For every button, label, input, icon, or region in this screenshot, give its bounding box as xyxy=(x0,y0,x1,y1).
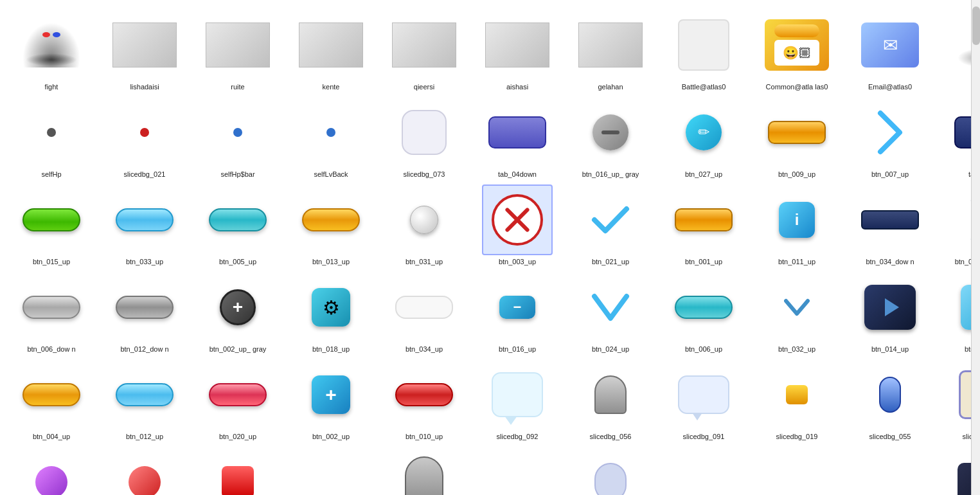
list-item-btn_009_up[interactable]: btn_009_up xyxy=(755,97,839,178)
list-item-btn_034_down[interactable]: btn_034_dow n xyxy=(848,184,932,266)
label-btn_013_up: btn_013_up xyxy=(312,258,350,266)
list-item-slicedbg_073[interactable]: slicedbg_073 xyxy=(382,97,466,178)
list-item-slicedbg_021[interactable]: slicedbg_021 xyxy=(103,97,186,178)
list-item-btn_018_up[interactable]: ⚙btn_018_up xyxy=(289,272,373,353)
list-item-selfHp[interactable]: selfHp xyxy=(10,97,93,178)
list-item-fight[interactable]: fight xyxy=(10,10,93,91)
icon-partial_purple xyxy=(16,447,87,495)
list-item-btn_031_up[interactable]: btn_031_up xyxy=(382,184,466,266)
list-item-btn_014_up[interactable]: btn_014_up xyxy=(848,272,932,353)
list-item-partial_empty5[interactable] xyxy=(848,447,932,495)
list-item-lishadaisi[interactable]: lishadaisi xyxy=(103,10,186,91)
list-item-btn_007_up[interactable]: btn_007_up xyxy=(848,97,932,178)
list-item-btn_002_up[interactable]: +btn_002_up xyxy=(289,359,373,440)
label-btn_033_up: btn_033_up xyxy=(126,258,163,266)
list-item-partial_maroon[interactable] xyxy=(103,447,186,495)
icon-btn_031_up xyxy=(389,184,459,255)
label-slicedbg_091: slicedbg_091 xyxy=(683,433,725,440)
list-item-kente[interactable]: kente xyxy=(289,10,373,91)
label-btn_001_up: btn_001_up xyxy=(685,258,722,266)
label-kente: kente xyxy=(323,83,340,91)
list-item-btn_010_up[interactable]: btn_010_up xyxy=(382,359,466,440)
label-btn_018_up: btn_018_up xyxy=(312,345,350,353)
list-item-btn_006_up[interactable]: btn_006_up xyxy=(662,272,745,353)
label-Battle@atlas0: Battle@atlas0 xyxy=(682,83,726,91)
icon-fight xyxy=(16,10,87,80)
list-item-partial_empty4[interactable] xyxy=(755,447,839,495)
icon-btn_018_up: ⚙ xyxy=(296,272,366,343)
icon-grid: fightlishadaisiruitekenteqieersiaishasig… xyxy=(0,0,980,495)
list-item-btn_020_up[interactable]: btn_020_up xyxy=(196,359,280,440)
list-item-slicedbg_055[interactable]: slicedbg_055 xyxy=(848,359,932,440)
icon-partial_red2 xyxy=(202,447,273,495)
list-item-btn_015_up[interactable]: btn_015_up xyxy=(10,184,93,266)
label-btn_016_up: btn_016_up xyxy=(499,345,536,353)
list-item-slicedbg_092[interactable]: slicedbg_092 xyxy=(476,359,559,440)
list-item-slicedbg_019[interactable]: slicedbg_019 xyxy=(755,359,839,440)
icon-Battle@atlas0 xyxy=(668,10,739,80)
icon-btn_016_up_gray xyxy=(575,97,646,168)
list-item-btn_012_up[interactable]: btn_012_up xyxy=(103,359,186,440)
list-item-btn_005_up[interactable]: btn_005_up xyxy=(196,184,280,266)
list-item-btn_033_up[interactable]: btn_033_up xyxy=(103,184,186,266)
icon-btn_009_up xyxy=(762,97,832,168)
list-item-partial_pill[interactable] xyxy=(569,447,652,495)
list-item-ruite[interactable]: ruite xyxy=(196,10,280,91)
list-item-Email@atlas0[interactable]: ✉Email@atlas0 xyxy=(848,10,932,91)
label-btn_010_up: btn_010_up xyxy=(405,433,443,440)
list-item-partial_empty1[interactable] xyxy=(289,447,373,495)
label-ruite: ruite xyxy=(231,83,244,91)
list-item-partial_empty3[interactable] xyxy=(662,447,745,495)
list-item-btn_002_up_gray[interactable]: +btn_002_up_ gray xyxy=(196,272,280,353)
list-item-partial_red2[interactable] xyxy=(196,447,280,495)
list-item-btn_016_up[interactable]: −btn_016_up xyxy=(476,272,559,353)
label-fight: fight xyxy=(45,83,58,91)
list-item-btn_027_up[interactable]: ✏btn_027_up xyxy=(662,97,745,178)
list-item-btn_024_up[interactable]: btn_024_up xyxy=(569,272,652,353)
label-btn_004_up: btn_004_up xyxy=(33,433,70,440)
list-item-qieersi[interactable]: qieersi xyxy=(382,10,466,91)
list-item-selfLvBack[interactable]: selfLvBack xyxy=(289,97,373,178)
list-item-btn_011_up[interactable]: ibtn_011_up xyxy=(755,184,839,266)
label-btn_012_up: btn_012_up xyxy=(126,433,163,440)
list-item-partial_purple[interactable] xyxy=(10,447,93,495)
list-item-gelahan[interactable]: gelahan xyxy=(569,10,652,91)
list-item-partial_arch[interactable] xyxy=(382,447,466,495)
list-item-btn_004_up[interactable]: btn_004_up xyxy=(10,359,93,440)
icon-partial_empty1 xyxy=(296,447,366,495)
list-item-btn_001_up[interactable]: btn_001_up xyxy=(662,184,745,266)
icon-btn_012_down xyxy=(109,272,180,343)
icon-slicedbg_056 xyxy=(575,359,646,430)
scrollbar[interactable] xyxy=(971,0,980,495)
icon-btn_034_down xyxy=(855,184,925,255)
list-item-partial_empty2[interactable] xyxy=(476,447,559,495)
label-btn_015_up: btn_015_up xyxy=(33,258,70,266)
label-slicedbg_055: slicedbg_055 xyxy=(869,433,911,440)
list-item-Battle@atlas0[interactable]: Battle@atlas0 xyxy=(662,10,745,91)
label-btn_012_down: btn_012_dow n xyxy=(120,345,168,353)
list-item-btn_034_up[interactable]: btn_034_up xyxy=(382,272,466,353)
list-item-btn_021_up[interactable]: btn_021_up xyxy=(569,184,652,266)
list-item-btn_003_up[interactable]: btn_003_up xyxy=(476,184,559,266)
label-gelahan: gelahan xyxy=(598,83,623,91)
list-item-btn_006_down[interactable]: btn_006_dow n xyxy=(10,272,93,353)
label-qieersi: qieersi xyxy=(414,83,434,91)
list-item-tab_04down[interactable]: tab_04down xyxy=(476,97,559,178)
list-item-slicedbg_056[interactable]: slicedbg_056 xyxy=(569,359,652,440)
label-tab_04down: tab_04down xyxy=(498,170,537,178)
list-item-btn_016_up_gray[interactable]: btn_016_up_ gray xyxy=(569,97,652,178)
icon-qieersi xyxy=(389,10,459,80)
list-item-btn_012_down[interactable]: btn_012_dow n xyxy=(103,272,186,353)
scrollbar-thumb[interactable] xyxy=(972,6,980,45)
list-item-Common@atlas0[interactable]: 😀🏼Common@atla las0 xyxy=(755,10,839,91)
icon-btn_011_up: i xyxy=(762,184,832,255)
list-item-aishasi[interactable]: aishasi xyxy=(476,10,559,91)
list-item-selfHp$bar[interactable]: selfHp$bar xyxy=(196,97,280,178)
icon-btn_010_up xyxy=(389,359,459,430)
list-item-btn_032_up[interactable]: btn_032_up xyxy=(755,272,839,353)
icon-btn_024_up xyxy=(575,272,646,343)
icon-btn_007_up xyxy=(855,97,925,168)
icon-slicedbg_092 xyxy=(482,359,553,430)
list-item-slicedbg_091[interactable]: slicedbg_091 xyxy=(662,359,745,440)
list-item-btn_013_up[interactable]: btn_013_up xyxy=(289,184,373,266)
